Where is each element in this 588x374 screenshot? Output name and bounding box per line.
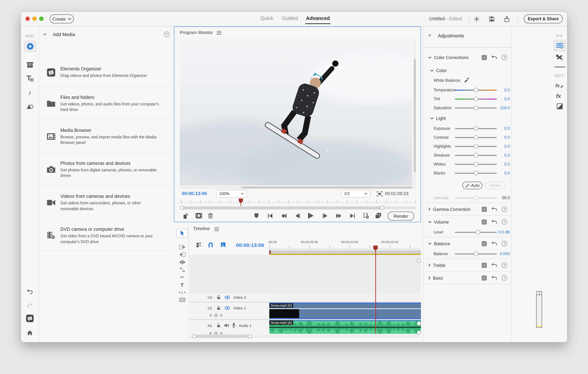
timeline-horizontal-scrollbar[interactable] (189, 334, 421, 338)
brightness-icon[interactable] (473, 16, 480, 22)
delete-icon[interactable] (207, 212, 213, 219)
eye-icon[interactable] (225, 296, 230, 299)
tab-quick[interactable]: Quick (260, 15, 273, 21)
filmstrip-icon[interactable] (195, 212, 202, 219)
enable-checkbox[interactable]: ✓ (482, 219, 487, 224)
temperature-slider[interactable] (455, 89, 497, 90)
step-back-icon[interactable] (295, 213, 300, 218)
add-media-item-files-and-folders[interactable]: Files and foldersGet videos, photos, and… (39, 88, 173, 119)
fx-edit-icon[interactable]: fx (554, 81, 565, 90)
chevron-down-icon[interactable] (428, 221, 431, 223)
highlights-slider[interactable] (455, 146, 497, 147)
adjust-tool-button[interactable] (554, 40, 566, 51)
chevron-down-icon[interactable] (430, 69, 434, 72)
fix-tools-icon[interactable] (554, 53, 565, 62)
add-media-item-photos-from-cameras-and-devices[interactable]: Photos from cameras and devicesGet photo… (39, 154, 173, 185)
lock-icon[interactable] (217, 323, 220, 328)
auto-button[interactable]: Auto (462, 182, 482, 189)
duplicate-frame-icon[interactable] (375, 212, 381, 219)
enable-checkbox[interactable]: ✓ (482, 275, 487, 280)
transitions-icon[interactable] (24, 102, 36, 110)
close-window-button[interactable] (25, 16, 30, 21)
add-media-item-dvd-camera-or-computer-drive[interactable]: DVD camera or computer driveGet video fr… (39, 220, 173, 251)
go-to-end-icon[interactable] (350, 213, 355, 218)
video-horizontal-scrollbar[interactable] (180, 186, 417, 189)
blacks-value[interactable]: 0.0 (497, 171, 510, 175)
trim-tool[interactable] (177, 259, 188, 265)
reset-section-icon[interactable] (491, 275, 497, 280)
zoom-level-dropdown[interactable]: 100% (216, 190, 247, 198)
render-button[interactable]: Render (388, 211, 414, 220)
go-to-start-icon[interactable] (267, 213, 273, 218)
saturation-value[interactable]: 100.0 (497, 106, 510, 110)
enable-checkbox[interactable]: ✓ (482, 263, 487, 268)
tint-value[interactable]: 0.0 (497, 97, 510, 101)
music-icon[interactable]: ♪ (24, 88, 36, 97)
chevron-down-icon[interactable] (428, 56, 431, 59)
section-volume[interactable]: Volume✓? (423, 216, 511, 228)
marker-rectangle-tool[interactable] (177, 296, 188, 303)
tab-advanced[interactable]: Advanced (306, 15, 330, 21)
timeline-ruler[interactable] (269, 246, 421, 250)
chevron-right-icon[interactable] (428, 276, 430, 280)
save-icon[interactable] (488, 16, 495, 22)
zoom-bar-left-handle[interactable] (180, 206, 184, 210)
add-media-item-videos-from-cameras-and-devices[interactable]: Videos from cameras and devicesGet video… (39, 187, 173, 218)
current-timecode[interactable]: 00:00:13:06 (182, 191, 207, 196)
timeline-zoom-right-handle[interactable] (248, 334, 252, 338)
tab-guided[interactable]: Guided (282, 15, 298, 21)
eyedropper-icon[interactable] (464, 78, 469, 83)
playhead-handle[interactable] (373, 246, 378, 251)
close-icon[interactable]: × (428, 33, 431, 38)
lock-icon[interactable] (217, 295, 220, 299)
snap-magnet-icon[interactable] (208, 242, 214, 248)
share-icon[interactable] (503, 15, 510, 22)
contrast-value[interactable]: 0.0 (497, 135, 510, 139)
frame-grab-icon[interactable] (363, 212, 369, 219)
balance-slider[interactable] (455, 253, 497, 254)
work-area-bar[interactable] (269, 250, 421, 254)
whites-value[interactable]: 0.0 (497, 162, 510, 166)
level-value[interactable]: 0.0 dB (497, 230, 510, 234)
eye-icon[interactable] (225, 306, 230, 310)
whites-slider[interactable] (455, 164, 497, 165)
subsection-light[interactable]: Light (423, 112, 511, 124)
level-slider[interactable] (455, 232, 497, 233)
temperature-value[interactable]: 0.0 (497, 88, 510, 92)
contrast-slider[interactable] (455, 137, 497, 138)
elements-organizer-app-icon[interactable] (24, 314, 36, 323)
section-treble[interactable]: Treble✓? (423, 259, 511, 271)
transitions-edit-icon[interactable] (554, 102, 565, 110)
monitor-scrubber[interactable] (181, 198, 417, 204)
keyframe-navigator[interactable] (209, 314, 223, 317)
video-vertical-scrollbar[interactable] (413, 38, 416, 186)
track-v2-lane[interactable] (269, 293, 421, 300)
balance-value[interactable]: 0.000 (497, 252, 510, 256)
add-media-item-elements-organizer[interactable]: Elements OrganizerDrag videos and photos… (39, 59, 173, 86)
fast-forward-icon[interactable] (336, 213, 342, 218)
timeline-timecode[interactable]: 00:00:13:06 (236, 242, 264, 248)
redo-icon[interactable] (24, 301, 36, 310)
section-color-corrections[interactable]: Color Corrections✓? (423, 49, 511, 66)
add-media-tool-button[interactable] (24, 41, 36, 52)
play-icon[interactable] (308, 212, 314, 219)
help-icon[interactable]: ? (502, 275, 507, 281)
enable-checkbox[interactable]: ✓ (482, 207, 487, 212)
track-scroll-handle[interactable] (417, 259, 421, 263)
fullscreen-icon[interactable] (376, 191, 383, 197)
chevron-right-icon[interactable] (428, 208, 430, 211)
close-icon[interactable]: × (43, 32, 46, 37)
help-icon[interactable]: ? (502, 262, 507, 268)
panel-menu-icon[interactable] (214, 227, 219, 231)
add-media-item-media-browser[interactable]: Media BrowserBrowse, preview, and import… (39, 121, 173, 152)
playback-quality-dropdown[interactable]: 1/2 (341, 190, 370, 198)
undo-icon[interactable] (24, 287, 36, 296)
help-icon[interactable]: ? (164, 32, 169, 37)
smart-mix-tool[interactable]: ♪ (177, 289, 188, 296)
reset-button[interactable]: Reset (485, 182, 505, 189)
video-frame[interactable] (180, 37, 412, 186)
saturation-slider[interactable] (455, 107, 497, 108)
track-resize-handle-1[interactable] (417, 321, 421, 326)
speaker-icon[interactable] (224, 323, 229, 328)
clip-snow-video[interactable]: Snow.mp4 [V] (269, 303, 421, 319)
